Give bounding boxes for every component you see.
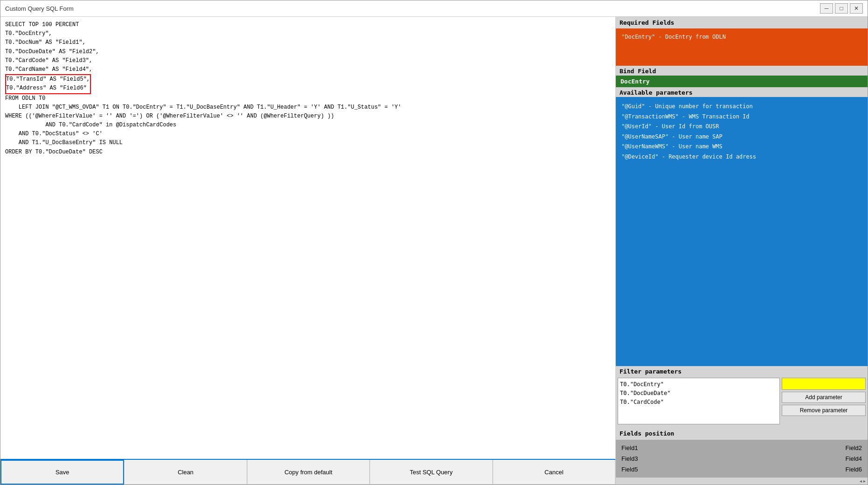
- available-params-header: Available parameters: [620, 89, 864, 96]
- sql-line: FROM ODLN T0: [5, 94, 611, 103]
- save-button[interactable]: Save: [0, 460, 124, 485]
- param-line: "@Guid" - Unique number for transaction: [621, 102, 862, 112]
- required-fields-section: "DocEntry" - DocEntry from ODLN: [616, 28, 868, 66]
- field-cell-left: Field3: [620, 454, 742, 463]
- sql-line: T0."DocDueDate" AS "Field2",: [5, 48, 611, 56]
- sql-line: AND T1."U_DocBaseEntry" IS NULL: [5, 139, 611, 147]
- fields-position-header: Fields position: [620, 430, 864, 437]
- filter-list-item[interactable]: T0."DocEntry": [620, 380, 778, 389]
- sql-line: T0."DocNum" AS "Field1",: [5, 38, 611, 47]
- available-params-content: "@Guid" - Unique number for transaction"…: [616, 97, 868, 366]
- filter-list-item[interactable]: T0."DocDueDate": [620, 389, 778, 398]
- sql-line: WHERE (('@WhereFilterValue' = '' AND '='…: [5, 112, 611, 121]
- filter-controls: Add parameter Remove parameter: [782, 378, 866, 424]
- sql-line: T0."CardCode" AS "Field3",: [5, 56, 611, 65]
- main-window: Custom Query SQL Form ─ □ ✕ SELECT TOP 1…: [0, 0, 868, 485]
- required-fields-header: Required Fields: [616, 17, 868, 28]
- window-title: Custom Query SQL Form: [5, 5, 74, 12]
- bind-field-value: DocEntry: [616, 76, 868, 87]
- right-panel: Required Fields "DocEntry" - DocEntry fr…: [616, 17, 868, 485]
- sql-editor[interactable]: SELECT TOP 100 PERCENTT0."DocEntry",T0."…: [0, 17, 615, 459]
- copy-from-default-button[interactable]: Copy from default: [247, 460, 370, 485]
- window-controls: ─ □ ✕: [820, 3, 863, 14]
- add-parameter-button[interactable]: Add parameter: [782, 392, 866, 403]
- sql-line: T0."CardName" AS "Field4",: [5, 65, 611, 74]
- remove-parameter-button[interactable]: Remove parameter: [782, 405, 866, 416]
- test-sql-query-button[interactable]: Test SQL Query: [370, 460, 492, 485]
- sql-line-highlighted: T0."Address" AS "Field6": [6, 84, 90, 93]
- clean-button[interactable]: Clean: [124, 460, 247, 485]
- filter-params-header: Filter parameters: [620, 368, 864, 375]
- sql-line: ORDER BY T0."DocDueDate" DESC: [5, 148, 611, 157]
- sql-line: AND T0."DocStatus" <> 'C': [5, 130, 611, 139]
- scrollbar-hint: ◂ ▸: [616, 478, 868, 485]
- param-line: "@UserId" - User Id from OUSR: [621, 122, 862, 132]
- main-content: SELECT TOP 100 PERCENTT0."DocEntry",T0."…: [0, 17, 868, 485]
- highlighted-lines-box: T0."TransId" AS "Field5",T0."Address" AS…: [5, 74, 91, 94]
- title-bar: Custom Query SQL Form ─ □ ✕: [0, 0, 868, 17]
- sql-line-highlighted: T0."TransId" AS "Field5",: [6, 75, 90, 84]
- param-line: "@DeviceId" - Requester device Id adress: [621, 152, 862, 162]
- sql-line: LEFT JOIN "@CT_WMS_OVDA" T1 ON T0."DocEn…: [5, 103, 611, 112]
- minimize-button[interactable]: ─: [820, 3, 833, 14]
- sql-line: T0."DocEntry",: [5, 29, 611, 38]
- close-button[interactable]: ✕: [850, 3, 863, 14]
- filter-input[interactable]: [782, 378, 866, 390]
- sql-panel: SELECT TOP 100 PERCENTT0."DocEntry",T0."…: [0, 17, 616, 485]
- field-cell-right: Field2: [742, 443, 864, 452]
- param-line: "@TransactionWMS" - WMS Transaction Id: [621, 112, 862, 122]
- field-cell-left: Field1: [620, 443, 742, 452]
- cancel-button[interactable]: Cancel: [493, 460, 615, 485]
- filter-list-item[interactable]: T0."CardCode": [620, 398, 778, 407]
- sql-line: AND T0."CardCode" in @DispatchCardCodes: [5, 121, 611, 130]
- filter-params-content: T0."DocEntry"T0."DocDueDate"T0."CardCode…: [616, 376, 868, 428]
- param-line: "@UserNameSAP" - User name SAP: [621, 132, 862, 142]
- filter-list[interactable]: T0."DocEntry"T0."DocDueDate"T0."CardCode…: [618, 378, 780, 424]
- bind-field-header: Bind Field: [620, 68, 864, 75]
- fields-grid: Field1Field2Field3Field4Field5Field6: [616, 440, 868, 478]
- required-field-value: "DocEntry" - DocEntry from ODLN: [621, 34, 726, 40]
- param-line: "@UserNameWMS" - User name WMS: [621, 142, 862, 152]
- field-cell-right: Field6: [742, 465, 864, 474]
- field-cell-left: Field5: [620, 465, 742, 474]
- restore-button[interactable]: □: [835, 3, 848, 14]
- bottom-bar: Save Clean Copy from default Test SQL Qu…: [0, 459, 615, 485]
- field-cell-right: Field4: [742, 454, 864, 463]
- sql-line: SELECT TOP 100 PERCENT: [5, 21, 611, 29]
